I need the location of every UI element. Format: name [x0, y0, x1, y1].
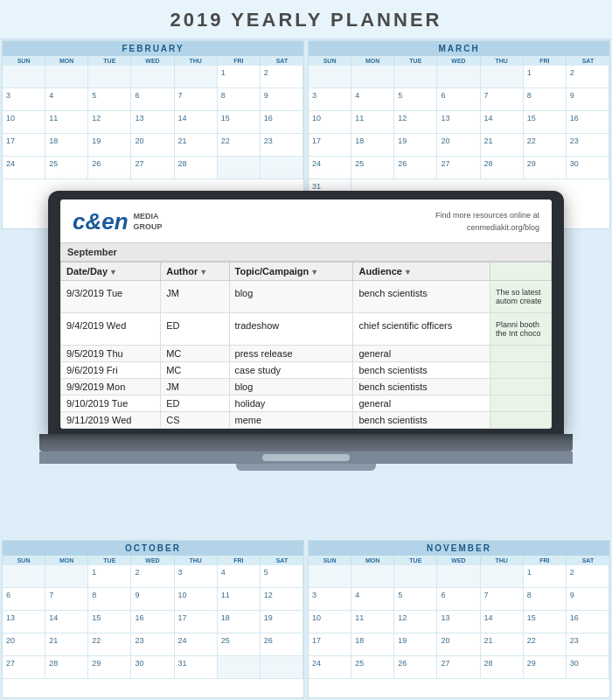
february-days-header: SUN MON TUE WED THU FRI SAT [3, 56, 303, 66]
november-days-header: SUN MON TUE WED THU FRI SAT [309, 556, 609, 565]
cal-cell: 3 [309, 588, 351, 611]
cen-logo: c&en MEDIA GROUP [73, 208, 163, 235]
day-header: SAT [261, 56, 303, 66]
laptop-foot [236, 464, 376, 471]
cal-cell: 10 [309, 611, 351, 634]
cell-notes [490, 346, 552, 362]
cal-cell: 17 [309, 634, 351, 656]
cal-cell: 17 [175, 611, 218, 634]
cell-author: MC [161, 346, 229, 362]
col-audience[interactable]: Audience▼ [353, 262, 490, 281]
cal-cell: 7 [45, 588, 88, 611]
cal-cell: 3 [3, 88, 45, 111]
cal-cell: 26 [261, 634, 303, 656]
cell-notes [490, 362, 552, 379]
cell-notes: Planni booth the Int choco [490, 313, 552, 346]
cal-cell: 25 [218, 634, 261, 656]
cal-cell: 17 [309, 134, 351, 157]
cell-date: 9/9/2019 Mon [61, 379, 161, 396]
day-header: FRI [218, 56, 261, 66]
day-header: WED [437, 556, 480, 565]
cal-cell: 26 [394, 656, 437, 679]
logo-subtitle: MEDIA GROUP [134, 212, 163, 232]
cell-date: 9/5/2019 Thu [61, 346, 161, 362]
laptop-screen-inner: c&en MEDIA GROUP Find more resources onl… [60, 200, 552, 429]
cell-topic: blog [229, 281, 353, 313]
cal-cell [351, 565, 394, 588]
cal-cell: 3 [309, 88, 351, 111]
cell-topic: tradeshow [229, 313, 353, 346]
day-header: MON [351, 56, 394, 66]
cell-audience: bench scientists [353, 281, 490, 313]
cal-cell: 10 [175, 588, 218, 611]
cal-cell: 5 [88, 88, 131, 111]
cell-topic: meme [229, 412, 353, 429]
cal-cell: 20 [131, 134, 174, 157]
cal-cell: 2 [567, 565, 609, 588]
cal-cell: 24 [309, 157, 351, 179]
cal-cell: 2 [261, 66, 303, 88]
day-header: FRI [524, 56, 567, 66]
day-header: MON [45, 556, 88, 565]
cal-cell [351, 66, 394, 88]
cal-cell: 28 [481, 157, 524, 179]
cal-cell: 18 [45, 134, 88, 157]
cal-cell: 11 [218, 588, 261, 611]
cal-cell: 3 [175, 565, 218, 588]
cell-author: CS [161, 412, 229, 429]
cal-cell: 23 [567, 134, 609, 157]
cal-cell: 16 [567, 111, 609, 134]
logo-text: c&en [73, 208, 129, 235]
cal-cell: 10 [309, 111, 351, 134]
cal-cell: 16 [131, 611, 174, 634]
cell-audience: bench scientists [353, 412, 490, 429]
cal-cell [394, 66, 437, 88]
table-row: 9/3/2019 Tue JM blog bench scientists Th… [61, 281, 552, 313]
cal-cell: 29 [524, 157, 567, 179]
cal-cell: 8 [218, 88, 261, 111]
cal-cell [481, 66, 524, 88]
cal-cell: 16 [261, 111, 303, 134]
cal-cell: 24 [175, 634, 218, 656]
november-grid: 1234567891011121314151617181920212223242… [309, 565, 609, 679]
cal-cell: 11 [351, 111, 394, 134]
cal-cell: 8 [524, 88, 567, 111]
cal-cell [88, 66, 131, 88]
cell-audience: general [353, 396, 490, 412]
col-topic[interactable]: Topic/Campaign▼ [229, 262, 353, 281]
cal-cell: 12 [394, 611, 437, 634]
cal-cell [45, 565, 88, 588]
cell-author: JM [161, 281, 229, 313]
day-header: SUN [309, 556, 351, 565]
cal-cell: 23 [261, 134, 303, 157]
cal-cell: 7 [481, 588, 524, 611]
march-label: MARCH [309, 41, 609, 56]
cal-cell [218, 656, 261, 679]
day-header: TUE [88, 56, 131, 66]
cal-cell: 7 [175, 88, 218, 111]
laptop-screen-outer: c&en MEDIA GROUP Find more resources onl… [48, 191, 564, 434]
day-header: SAT [567, 56, 609, 66]
cell-topic: holiday [229, 396, 353, 412]
col-date[interactable]: Date/Day▼ [61, 262, 161, 281]
cal-cell: 14 [481, 111, 524, 134]
cal-cell [131, 66, 174, 88]
march-grid: 1234567891011121314151617181920212223242… [309, 66, 609, 202]
page-title-bar: 2019 YEARLY PLANNER [0, 0, 612, 39]
cal-cell: 11 [45, 111, 88, 134]
spreadsheet: c&en MEDIA GROUP Find more resources onl… [60, 200, 552, 429]
cal-cell: 13 [437, 611, 480, 634]
february-label: FEBRUARY [3, 41, 303, 56]
day-header: MON [351, 556, 394, 565]
col-author[interactable]: Author▼ [161, 262, 229, 281]
day-header: WED [131, 56, 174, 66]
cell-author: MC [161, 362, 229, 379]
day-header: WED [437, 56, 480, 66]
day-header: SUN [3, 556, 45, 565]
cal-cell: 9 [131, 588, 174, 611]
cal-cell [437, 565, 480, 588]
table-row: 9/9/2019 Mon JM blog bench scientists [61, 379, 552, 396]
cal-cell: 15 [524, 111, 567, 134]
cal-cell: 6 [3, 588, 45, 611]
october-days-header: SUN MON TUE WED THU FRI SAT [3, 556, 303, 565]
